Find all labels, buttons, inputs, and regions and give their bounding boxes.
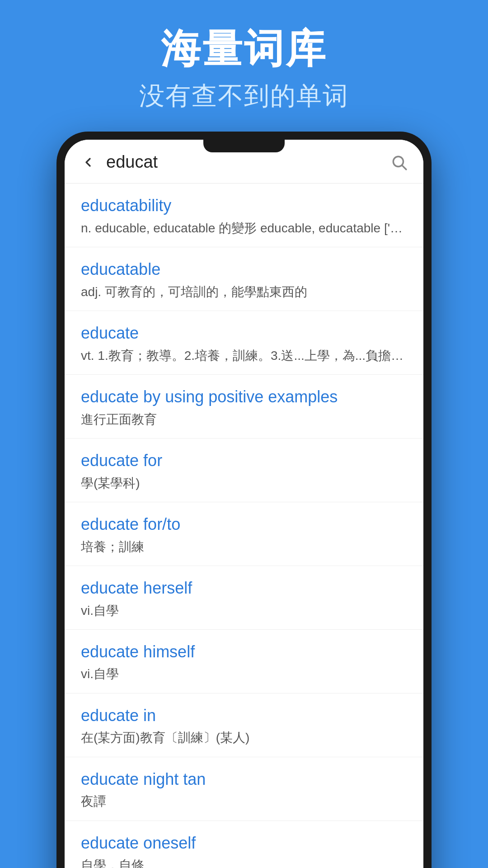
list-item[interactable]: educate by using positive examples進行正面教育 <box>65 375 423 439</box>
list-item[interactable]: educatevt. 1.教育；教導。2.培養，訓練。3.送...上學，為...… <box>65 311 423 375</box>
list-item-desc: adj. 可教育的，可培訓的，能學點東西的 <box>81 283 407 301</box>
search-icon-button[interactable] <box>389 152 409 172</box>
back-button[interactable] <box>79 153 97 171</box>
list-item-desc: 培養；訓練 <box>81 538 407 556</box>
phone-screen: educatabilityn. educable, educatable 的變形… <box>65 140 423 868</box>
list-item-desc: 夜譚 <box>81 793 407 810</box>
list-item[interactable]: educate for學(某學科) <box>65 439 423 502</box>
list-item[interactable]: educate oneself自學，自修 <box>65 821 423 868</box>
list-item-desc: n. educable, educatable 的變形 educable, ed… <box>81 219 407 237</box>
list-item[interactable]: educate himselfvi.自學 <box>65 630 423 693</box>
phone-mockup: educatabilityn. educable, educatable 的變形… <box>56 132 432 868</box>
list-item-title: educatable <box>81 259 407 280</box>
list-item-desc: vi.自學 <box>81 665 407 683</box>
list-item-desc: 自學，自修 <box>81 856 407 868</box>
list-item-desc: 進行正面教育 <box>81 410 407 428</box>
list-item-title: educatability <box>81 195 407 217</box>
header-title: 海量词库 <box>139 27 349 71</box>
search-input[interactable] <box>106 152 380 172</box>
list-item[interactable]: educatableadj. 可教育的，可培訓的，能學點東西的 <box>65 247 423 311</box>
list-item[interactable]: educate in在(某方面)教育〔訓練〕(某人) <box>65 693 423 757</box>
list-item-title: educate himself <box>81 642 407 663</box>
list-item-title: educate oneself <box>81 833 407 854</box>
list-item-title: educate <box>81 323 407 344</box>
list-item-title: educate in <box>81 705 407 726</box>
list-item-desc: 在(某方面)教育〔訓練〕(某人) <box>81 729 407 746</box>
list-item-title: educate night tan <box>81 769 407 790</box>
result-list: educatabilityn. educable, educatable 的變形… <box>65 184 423 868</box>
list-item-title: educate for <box>81 450 407 472</box>
list-item[interactable]: educatabilityn. educable, educatable 的變形… <box>65 184 423 247</box>
list-item-desc: 學(某學科) <box>81 474 407 492</box>
list-item-desc: vt. 1.教育；教導。2.培養，訓練。3.送...上學，為...負擔學費。 n… <box>81 347 407 364</box>
header-subtitle: 没有查不到的单词 <box>139 79 349 113</box>
svg-line-1 <box>402 165 406 170</box>
list-item[interactable]: educate for/to培養；訓練 <box>65 502 423 566</box>
list-item[interactable]: educate night tan夜譚 <box>65 757 423 821</box>
page-background: 海量词库 没有查不到的单词 <box>0 0 488 868</box>
list-item-desc: vi.自學 <box>81 602 407 619</box>
list-item-title: educate for/to <box>81 514 407 535</box>
list-item-title: educate herself <box>81 578 407 599</box>
phone-notch <box>203 140 285 152</box>
header-area: 海量词库 没有查不到的单词 <box>139 0 349 113</box>
list-item-title: educate by using positive examples <box>81 387 407 408</box>
list-item[interactable]: educate herselfvi.自學 <box>65 566 423 630</box>
